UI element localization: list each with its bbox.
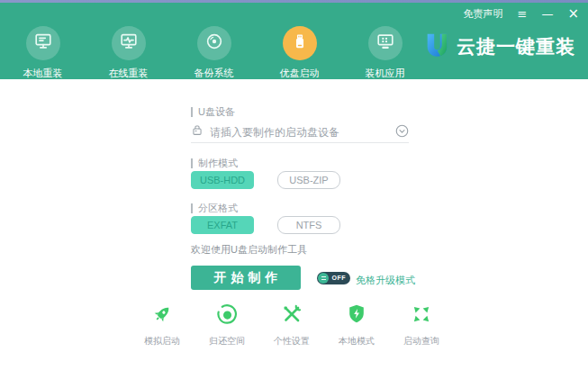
apps-monitor-icon [375,32,395,55]
usb-drive-icon [290,32,310,55]
rocket-icon [150,302,174,329]
nav-item-local-reinstall[interactable]: 本地重装 [0,26,86,80]
device-section-label: U盘设备 [191,107,235,117]
nav-circle [368,26,403,60]
boot-query-icon [410,302,433,329]
quick-action-boot-query[interactable]: 启动查询 [389,302,454,347]
mode-options: USB-HDD USB-ZIP [191,171,340,189]
titlebar: 免责声明 ≡ — × [464,7,579,21]
quick-action-local-mode[interactable]: 本地模式 [324,302,389,347]
start-create-button[interactable]: 开始制作 [191,266,301,290]
device-placeholder: 请插入要制作的启动盘设备 [210,125,395,140]
brand-name: 云捷一键重装 [457,34,575,59]
menu-icon[interactable]: ≡ [518,8,528,20]
nav-circle [112,26,146,60]
close-icon[interactable]: × [567,8,579,20]
upgrade-mode-toggle[interactable]: OFF [317,272,350,284]
quick-action-label: 个性设置 [274,335,310,347]
mode-section-label: 制作模式 [191,158,238,168]
format-section-label: 分区格式 [191,203,238,213]
nav-item-label: 本地重装 [23,67,63,80]
brand: 云捷一键重装 [423,32,575,62]
chevron-down-icon [395,124,409,141]
format-option-exfat[interactable]: EXFAT [191,216,254,234]
disc-icon [204,32,224,55]
tools-icon [280,302,303,329]
toggle-knob-icon [318,273,329,284]
minimize-icon[interactable]: — [541,8,553,20]
nav-item-online-reinstall[interactable]: 在线重装 [86,26,171,80]
nav-item-usb-boot[interactable]: 优盘启动 [257,26,342,80]
quick-action-label: 归还空间 [209,335,245,347]
welcome-text: 欢迎使用U盘启动制作工具 [191,243,307,257]
mode-option-usb-zip[interactable]: USB-ZIP [277,171,340,189]
upgrade-mode-label: 免格升级模式 [356,274,415,287]
nav-item-install-apps[interactable]: 装机应用 [342,26,428,80]
main-nav: 本地重装 在线重装 [0,26,428,80]
monitor-pulse-icon [119,32,139,55]
quick-action-simulate-boot[interactable]: 模拟启动 [130,302,194,347]
brand-logo-icon [423,32,450,62]
app-header: 免责声明 ≡ — × 本地重装 [0,3,588,79]
format-options: EXFAT NTFS [191,216,340,234]
shield-bolt-icon [345,302,368,329]
nav-circle [26,26,60,60]
drive-icon [191,124,204,140]
nav-item-label: 在线重装 [109,67,149,80]
quick-action-personal-settings[interactable]: 个性设置 [259,302,324,347]
nav-item-label: 优盘启动 [280,67,320,80]
mode-option-usb-hdd[interactable]: USB-HDD [191,171,254,189]
nav-circle-active [283,26,317,60]
format-option-ntfs[interactable]: NTFS [277,216,340,234]
nav-item-label: 备份系统 [194,67,234,80]
quick-action-label: 模拟启动 [144,335,180,347]
nav-circle [197,26,231,60]
disclaimer-link[interactable]: 免责声明 [464,7,503,21]
quick-action-label: 启动查询 [403,335,439,347]
nav-item-backup-system[interactable]: 备份系统 [171,26,257,80]
usb-device-dropdown[interactable]: 请插入要制作的启动盘设备 [191,122,409,143]
toggle-state: OFF [332,272,347,284]
monitor-icon [33,32,53,55]
space-return-icon [215,302,239,329]
quick-action-label: 本地模式 [339,335,375,347]
quick-action-return-space[interactable]: 归还空间 [194,302,259,347]
app-window: 免责声明 ≡ — × 本地重装 [0,0,588,379]
quick-actions: 模拟启动 归还空间 个性设置 [130,302,454,347]
nav-item-label: 装机应用 [366,67,405,80]
